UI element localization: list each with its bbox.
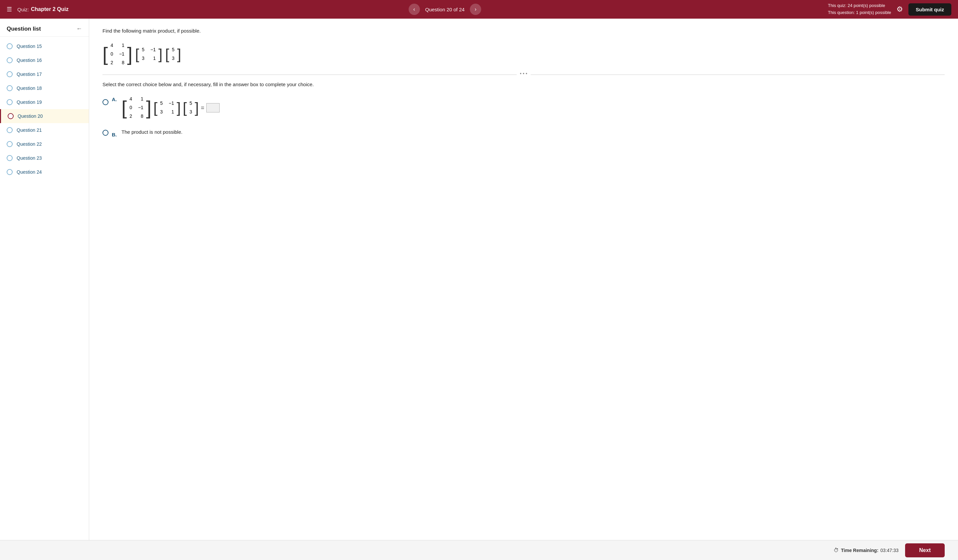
- sidebar-item-q20[interactable]: Question 20: [0, 109, 89, 123]
- sidebar-item-q17[interactable]: Question 17: [0, 67, 89, 81]
- radio-circle-q20: [8, 113, 14, 119]
- next-button[interactable]: Next: [905, 543, 945, 557]
- collapse-sidebar-button[interactable]: ←: [76, 25, 82, 32]
- problem-matrix-display: [ 410−128 ] [ 5−131 ] [ 53 ]: [103, 40, 945, 68]
- menu-icon[interactable]: ☰: [7, 6, 12, 13]
- footer: ⏱ Time Remaining: 03:47:33 Next: [0, 540, 958, 560]
- ans-bracket-close-3: ]: [195, 100, 199, 115]
- sidebar-item-q22[interactable]: Question 22: [0, 137, 89, 151]
- radio-b[interactable]: [103, 130, 108, 136]
- option-a-content: [ 410−128 ] [ 5−131 ] [ 53 ] =: [121, 94, 220, 121]
- option-a-label: A.: [112, 97, 117, 102]
- divider-dots: • • •: [516, 71, 530, 76]
- sidebar-item-q23[interactable]: Question 23: [0, 151, 89, 165]
- matrix-cell: 0: [129, 104, 132, 112]
- matrix-cell: 1: [138, 95, 143, 103]
- sidebar-item-q19[interactable]: Question 19: [0, 95, 89, 109]
- matrix-cell: −1: [169, 100, 174, 108]
- matrix-cell: 1: [151, 55, 156, 63]
- radio-circle-q16: [7, 57, 13, 63]
- matrix-cell: 8: [138, 113, 143, 121]
- quiz-title: Chapter 2 Quiz: [31, 6, 68, 12]
- bracket-open-3: [: [165, 47, 169, 62]
- bracket-close-3: ]: [177, 47, 181, 62]
- question-label-q17: Question 17: [17, 71, 42, 77]
- question-label-q19: Question 19: [17, 100, 42, 105]
- answer-matrix1-grid: 410−128: [127, 94, 146, 121]
- ans-bracket-close-2: ]: [177, 100, 181, 115]
- matrix1-grid: 410−128: [108, 40, 127, 68]
- bracket-close-1: ]: [127, 44, 132, 64]
- matrix-cell: 0: [111, 50, 113, 58]
- option-a[interactable]: A. [ 410−128 ] [ 5−131 ] [ 53 ]: [103, 94, 945, 121]
- answer-matrix1-container: [ 410−128 ]: [121, 94, 151, 121]
- radio-circle-q21: [7, 127, 13, 133]
- time-remaining-label: Time Remaining:: [841, 548, 879, 553]
- radio-circle-q24: [7, 169, 13, 175]
- question-label-q15: Question 15: [17, 44, 42, 49]
- time-remaining-section: ⏱ Time Remaining: 03:47:33: [834, 547, 898, 553]
- prev-question-button[interactable]: ‹: [409, 4, 420, 15]
- matrix-cell: 3: [160, 108, 163, 116]
- radio-circle-q22: [7, 141, 13, 147]
- sidebar: Question list ← Question 15 Question 16 …: [0, 19, 89, 540]
- next-question-button[interactable]: ›: [470, 4, 481, 15]
- matrix3-grid: 53: [170, 44, 176, 64]
- ans-bracket-open-3: [: [183, 100, 187, 115]
- matrix-cell: 4: [111, 41, 113, 49]
- question-points: This question: 1 point(s) possible: [828, 10, 891, 16]
- question-prompt: Find the following matrix product, if po…: [103, 28, 945, 33]
- bracket-open-2: [: [135, 47, 139, 62]
- submit-quiz-button[interactable]: Submit quiz: [909, 3, 951, 16]
- question-label-q22: Question 22: [17, 141, 42, 147]
- matrix-cell: 2: [129, 113, 132, 121]
- matrix-cell: 3: [172, 55, 174, 63]
- radio-a[interactable]: [103, 99, 108, 105]
- header: ☰ Quiz: Chapter 2 Quiz ‹ Question 20 of …: [0, 0, 958, 19]
- bracket-close-2: ]: [159, 47, 162, 62]
- sidebar-item-q21[interactable]: Question 21: [0, 123, 89, 137]
- matrix-cell: −1: [151, 46, 156, 54]
- matrix-cell: 2: [111, 59, 113, 67]
- sidebar-item-q24[interactable]: Question 24: [0, 165, 89, 179]
- answer-matrix2-grid: 5−131: [158, 98, 176, 117]
- answer-matrix3-container: [ 53 ]: [183, 98, 199, 117]
- divider-section: • • •: [103, 75, 945, 75]
- answer-matrix3-grid: 53: [187, 98, 194, 117]
- sidebar-item-q15[interactable]: Question 15: [0, 39, 89, 53]
- sidebar-item-q18[interactable]: Question 18: [0, 81, 89, 95]
- answer-input-box[interactable]: [206, 103, 220, 113]
- question-label-q23: Question 23: [17, 155, 42, 161]
- matrix-cell: 5: [160, 100, 163, 108]
- option-b-label: B.: [112, 132, 117, 137]
- question-label-q16: Question 16: [17, 57, 42, 63]
- quiz-label: Quiz:: [17, 7, 29, 12]
- equals-sign: =: [201, 105, 205, 111]
- radio-circle-q17: [7, 71, 13, 77]
- question-label-q20: Question 20: [17, 113, 43, 119]
- matrix-cell: 5: [172, 46, 174, 54]
- matrix2-container: [ 5−131 ]: [135, 44, 162, 64]
- matrix-cell: 1: [169, 108, 174, 116]
- radio-circle-q15: [7, 43, 13, 49]
- quiz-points: This quiz: 24 point(s) possible: [828, 2, 891, 10]
- option-b[interactable]: B. The product is not possible.: [103, 129, 945, 137]
- matrix-cell: 5: [142, 46, 144, 54]
- ans-bracket-open-1: [: [121, 98, 127, 117]
- question-counter: Question 20 of 24: [425, 7, 465, 12]
- matrix-cell: 1: [119, 41, 124, 49]
- question-list: Question 15 Question 16 Question 17 Ques…: [0, 36, 89, 182]
- matrix2-grid: 5−131: [140, 44, 158, 64]
- sidebar-title: Question list: [7, 25, 41, 32]
- radio-circle-q19: [7, 99, 13, 105]
- matrix-cell: 3: [142, 55, 144, 63]
- matrix-cell: 3: [189, 108, 192, 116]
- matrix-cell: 8: [119, 59, 124, 67]
- main-layout: Question list ← Question 15 Question 16 …: [0, 19, 958, 540]
- sidebar-item-q16[interactable]: Question 16: [0, 53, 89, 67]
- points-info: This quiz: 24 point(s) possible This que…: [828, 2, 891, 16]
- settings-button[interactable]: ⚙: [896, 5, 903, 14]
- matrix-cell: −1: [138, 104, 143, 112]
- bracket-open-1: [: [103, 44, 108, 64]
- matrix-cell: −1: [119, 50, 124, 58]
